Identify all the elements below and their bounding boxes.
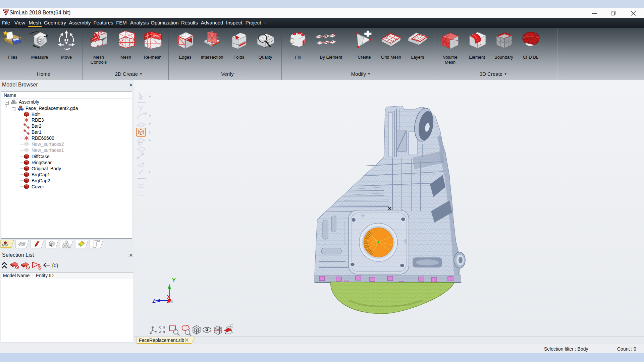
svg-text:Y: Y [172,278,176,283]
svg-text:X: X [167,294,170,300]
svg-text:FaceReplacement.slb: FaceReplacement.slb [139,338,184,343]
svg-text:Z: Z [152,298,156,304]
svg-text:A: A [50,244,52,246]
